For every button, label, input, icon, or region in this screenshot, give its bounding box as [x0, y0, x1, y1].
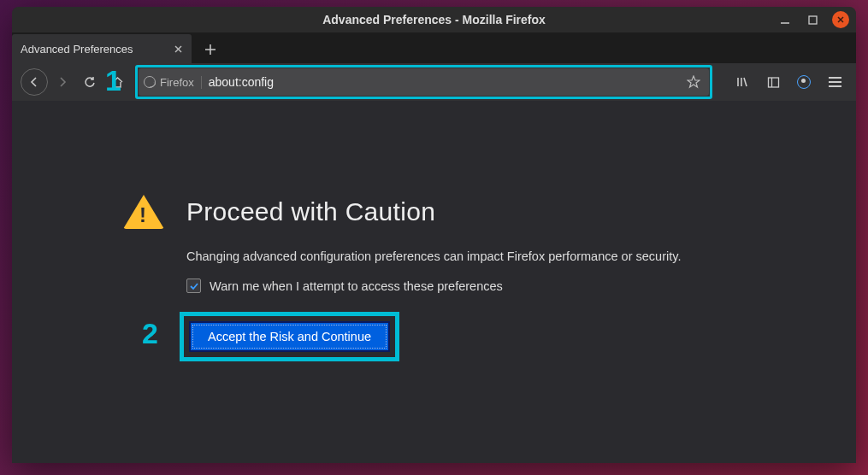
- site-identity[interactable]: Firefox: [144, 76, 202, 89]
- tab-advanced-preferences[interactable]: Advanced Preferences: [12, 34, 192, 63]
- tab-title: Advanced Preferences: [21, 43, 133, 56]
- reload-button[interactable]: [77, 69, 103, 95]
- toolbar-right: [729, 69, 847, 95]
- tab-close-button[interactable]: [174, 44, 183, 54]
- bookmark-star-icon[interactable]: [687, 75, 704, 89]
- maximize-button[interactable]: [805, 12, 820, 27]
- annotation-highlight-1: 1 Firefox: [135, 65, 712, 99]
- nav-toolbar: 1 Firefox: [12, 63, 856, 101]
- address-bar[interactable]: Firefox: [139, 68, 709, 96]
- firefox-window: Advanced Preferences - Mozilla Firefox A…: [12, 7, 856, 463]
- menu-button[interactable]: [822, 69, 847, 95]
- window-controls: [777, 11, 849, 28]
- close-button[interactable]: [832, 11, 849, 28]
- warning-description: Changing advanced configuration preferen…: [186, 249, 856, 263]
- page-content: Proceed with Caution Changing advanced c…: [12, 101, 856, 463]
- svg-line-10: [744, 78, 747, 86]
- minimize-button[interactable]: [777, 12, 793, 27]
- library-button[interactable]: [729, 69, 755, 95]
- identity-label: Firefox: [160, 76, 194, 89]
- firefox-icon: [144, 76, 156, 88]
- sidebar-button[interactable]: [760, 69, 786, 95]
- annotation-number-2: 2: [142, 317, 158, 350]
- warning-icon: [123, 195, 164, 229]
- window-title: Advanced Preferences - Mozilla Firefox: [322, 13, 546, 26]
- annotation-highlight-2: Accept the Risk and Continue: [180, 312, 399, 361]
- account-icon: [797, 75, 811, 89]
- url-input[interactable]: [209, 75, 680, 89]
- account-button[interactable]: [791, 69, 817, 95]
- titlebar: Advanced Preferences - Mozilla Firefox: [12, 7, 856, 32]
- checkbox-label: Warn me when I attempt to access these p…: [210, 279, 503, 293]
- svg-rect-11: [768, 78, 778, 87]
- accept-risk-button[interactable]: Accept the Risk and Continue: [189, 321, 390, 352]
- tab-bar: Advanced Preferences: [12, 32, 856, 63]
- warn-checkbox[interactable]: [186, 279, 201, 293]
- svg-rect-1: [809, 16, 817, 24]
- forward-button[interactable]: [50, 69, 75, 95]
- new-tab-button[interactable]: [197, 36, 224, 63]
- page-heading: Proceed with Caution: [186, 197, 435, 226]
- back-button[interactable]: [21, 68, 48, 96]
- annotation-number-1: 1: [105, 64, 121, 97]
